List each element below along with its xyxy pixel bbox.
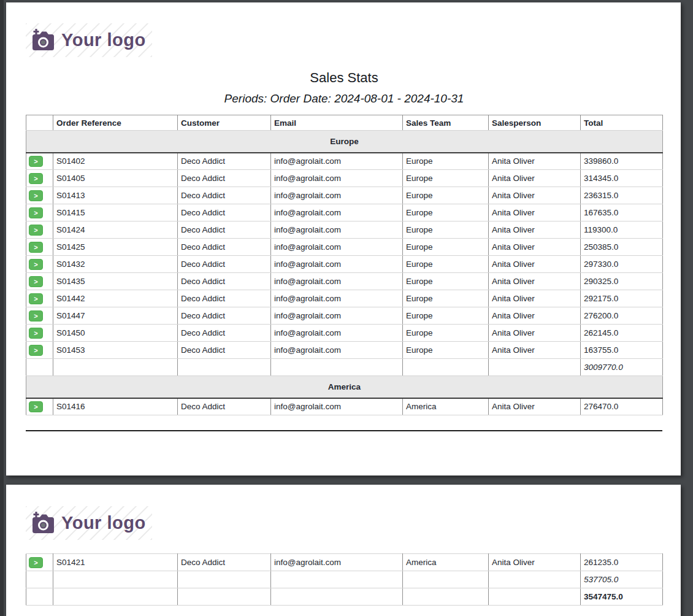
logo-text: Your logo [61,513,146,533]
expand-row-button[interactable]: > [29,259,43,270]
expand-row-button[interactable]: > [29,190,43,201]
salesperson-cell: Anita Oliver [489,554,581,571]
email-cell: info@agrolait.com [271,204,403,221]
order-reference-cell: S01416 [53,398,178,415]
table-row: >S01442Deco Addictinfo@agrolait.comEurop… [26,290,663,307]
customer-cell: Deco Addict [178,554,271,571]
email-cell: info@agrolait.com [271,221,403,239]
customer-cell [178,359,271,376]
total-cell: 314345.0 [581,170,663,187]
total-cell: 276470.0 [581,398,663,415]
order-reference-cell: S01405 [53,170,178,187]
expand-cell: > [26,325,53,342]
salesperson-cell: Anita Oliver [489,239,581,256]
expand-row-button[interactable]: > [29,225,43,236]
table-row: >S01447Deco Addictinfo@agrolait.comEurop… [26,307,663,325]
sales-team-cell: Europe [403,170,489,187]
total-cell: 236315.0 [581,187,663,204]
order-reference-cell: S01453 [53,342,178,359]
expand-row-button[interactable]: > [29,156,43,167]
total-cell: 163755.0 [581,342,663,359]
sales-stats-table-page1: Order ReferenceCustomerEmailSales TeamSa… [26,115,663,415]
expand-cell: > [26,307,53,325]
total-cell: 119300.0 [581,221,663,239]
customer-cell [178,571,271,588]
table-row: >S01425Deco Addictinfo@agrolait.comEurop… [26,239,663,256]
table-row: >S01421Deco Addictinfo@agrolait.comAmeri… [26,554,663,571]
salesperson-cell: Anita Oliver [489,342,581,359]
expand-cell [26,571,53,588]
total-cell: 290325.0 [581,273,663,290]
sales-team-cell: Europe [403,342,489,359]
customer-cell: Deco Addict [178,256,271,273]
order-reference-cell: S01421 [53,554,178,571]
expand-cell: > [26,342,53,359]
expand-row-button[interactable]: > [29,328,43,339]
expand-row-button[interactable]: > [29,276,43,287]
sales-team-cell: Europe [403,204,489,221]
order-reference-cell: S01402 [53,153,178,170]
group-header-row: Europe [26,131,663,153]
customer-cell: Deco Addict [178,170,271,187]
salesperson-cell [489,588,581,606]
total-cell: 276200.0 [581,307,663,325]
expand-cell: > [26,187,53,204]
email-cell: info@agrolait.com [271,290,403,307]
table-row: >S01402Deco Addictinfo@agrolait.comEurop… [26,153,663,170]
salesperson-cell [489,359,581,376]
header-expand-column [26,115,53,131]
order-reference-cell: S01447 [53,307,178,325]
expand-row-button[interactable]: > [29,557,43,568]
table-header-row: Order ReferenceCustomerEmailSales TeamSa… [26,115,663,131]
table-row: >S01450Deco Addictinfo@agrolait.comEurop… [26,325,663,342]
expand-cell: > [26,398,53,415]
total-cell: 167635.0 [581,204,663,221]
email-cell: info@agrolait.com [271,398,403,415]
expand-row-button[interactable]: > [29,310,43,321]
sales-stats-table-page2: >S01421Deco Addictinfo@agrolait.comAmeri… [26,553,663,606]
table-row: >S01435Deco Addictinfo@agrolait.comEurop… [26,273,663,290]
expand-row-button[interactable]: > [29,242,43,253]
customer-cell: Deco Addict [178,398,271,415]
expand-cell: > [26,221,53,239]
table-row: >S01405Deco Addictinfo@agrolait.comEurop… [26,170,663,187]
email-cell [271,359,403,376]
order-reference-cell: S01442 [53,290,178,307]
expand-cell: > [26,204,53,221]
expand-row-button[interactable]: > [29,293,43,304]
customer-cell: Deco Addict [178,290,271,307]
report-page-2: Your logo >S01421Deco Addictinfo@agrolai… [6,485,681,616]
expand-cell: > [26,153,53,170]
report-title: Sales Stats [26,70,662,86]
sales-team-cell: Europe [403,221,489,239]
expand-cell: > [26,290,53,307]
email-cell: info@agrolait.com [271,187,403,204]
group-header-row: America [26,376,663,398]
logo-text: Your logo [61,30,146,50]
salesperson-cell: Anita Oliver [489,307,581,325]
expand-row-button[interactable]: > [29,207,43,218]
customer-cell: Deco Addict [178,342,271,359]
customer-cell: Deco Addict [178,325,271,342]
table-row: >S01424Deco Addictinfo@agrolait.comEurop… [26,221,663,239]
salesperson-cell: Anita Oliver [489,273,581,290]
report-subtitle: Periods: Order Date: 2024-08-01 - 2024-1… [26,91,662,106]
salesperson-cell: Anita Oliver [489,325,581,342]
expand-row-button[interactable]: > [29,401,43,412]
table-row: >S01416Deco Addictinfo@agrolait.comAmeri… [26,398,663,415]
pdf-preview-viewport: Your logo Sales Stats Periods: Order Dat… [0,0,693,616]
salesperson-cell: Anita Oliver [489,153,581,170]
order-reference-cell [53,571,178,588]
total-cell: 250385.0 [581,239,663,256]
footer-divider [26,430,662,431]
company-logo: Your logo [26,23,152,57]
group-label: America [26,376,663,398]
total-cell: 537705.0 [581,571,663,588]
expand-row-button[interactable]: > [29,173,43,184]
salesperson-cell: Anita Oliver [489,221,581,239]
customer-cell: Deco Addict [178,307,271,325]
expand-cell [26,359,53,376]
expand-row-button[interactable]: > [29,345,43,356]
order-reference-cell [53,588,178,606]
order-reference-cell: S01413 [53,187,178,204]
